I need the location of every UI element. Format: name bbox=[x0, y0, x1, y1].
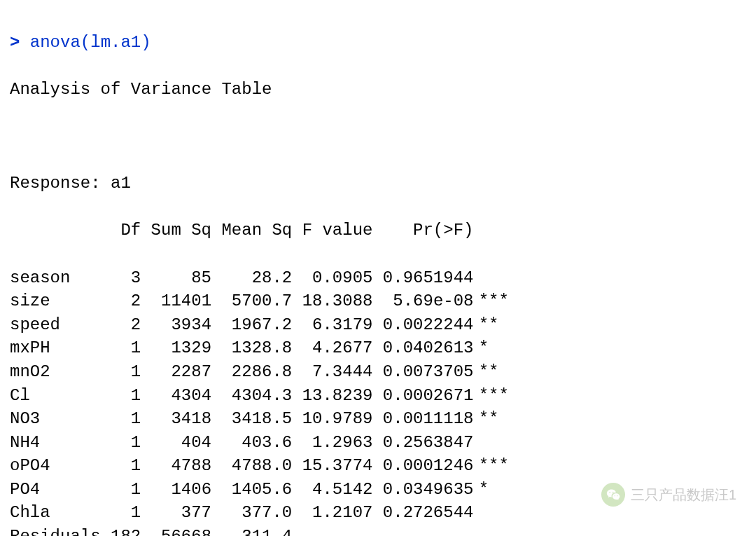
row-sumsq: 2287 bbox=[141, 360, 211, 384]
row-meansq: 4304.3 bbox=[211, 384, 292, 408]
row-name: mxPH bbox=[10, 336, 111, 360]
row-df: 1 bbox=[111, 360, 141, 384]
row-df: 3 bbox=[111, 266, 141, 290]
row-prf: 0.9651944 bbox=[372, 266, 473, 290]
header-df: Df bbox=[111, 219, 141, 242]
row-sumsq: 4788 bbox=[141, 454, 211, 478]
row-fvalue: 1.2107 bbox=[292, 501, 372, 525]
row-meansq: 311.4 bbox=[211, 525, 292, 536]
row-meansq: 2286.8 bbox=[211, 360, 292, 384]
row-sig: * bbox=[473, 336, 519, 360]
row-sig: ** bbox=[473, 360, 519, 384]
response-label: Response: a1 bbox=[10, 172, 746, 195]
row-df: 1 bbox=[111, 501, 141, 525]
blank-line bbox=[10, 125, 746, 149]
row-name: Residuals bbox=[10, 525, 111, 536]
table-row: NO3134183418.510.97890.0011118** bbox=[10, 407, 746, 431]
row-name: season bbox=[10, 266, 111, 290]
row-meansq: 5700.7 bbox=[211, 289, 292, 313]
row-sig: *** bbox=[473, 454, 519, 478]
table-row: Residuals18256668311.4 bbox=[10, 525, 746, 536]
table-row: mxPH113291328.84.26770.0402613* bbox=[10, 336, 746, 360]
row-name: Cl bbox=[10, 384, 111, 408]
row-fvalue: 13.8239 bbox=[292, 384, 372, 408]
row-sumsq: 404 bbox=[141, 431, 211, 455]
row-sig: ** bbox=[473, 313, 519, 337]
table-header: DfSum SqMean SqF valuePr(>F) bbox=[10, 219, 746, 242]
row-fvalue: 10.9789 bbox=[292, 407, 372, 431]
table-row: season38528.20.09050.9651944 bbox=[10, 266, 746, 290]
row-df: 1 bbox=[111, 384, 141, 408]
row-name: size bbox=[10, 289, 111, 313]
command-line: > anova(lm.a1) bbox=[10, 31, 746, 55]
header-prf: Pr(>F) bbox=[372, 219, 473, 242]
row-df: 2 bbox=[111, 289, 141, 313]
row-sumsq: 1329 bbox=[141, 336, 211, 360]
row-sumsq: 4304 bbox=[141, 384, 211, 408]
anova-table-body: season38528.20.09050.9651944size21140157… bbox=[10, 266, 746, 536]
row-df: 1 bbox=[111, 431, 141, 455]
row-prf: 0.0402613 bbox=[372, 336, 473, 360]
row-sig: ** bbox=[473, 407, 519, 431]
row-df: 1 bbox=[111, 407, 141, 431]
row-prf: 5.69e-08 bbox=[372, 289, 473, 313]
row-prf: 0.2563847 bbox=[372, 431, 473, 455]
row-fvalue: 18.3088 bbox=[292, 289, 372, 313]
row-name: speed bbox=[10, 313, 111, 337]
row-fvalue: 6.3179 bbox=[292, 313, 372, 337]
row-fvalue: 7.3444 bbox=[292, 360, 372, 384]
table-row: oPO4147884788.015.37740.0001246*** bbox=[10, 454, 746, 478]
row-prf: 0.2726544 bbox=[372, 501, 473, 525]
row-meansq: 1405.6 bbox=[211, 478, 292, 502]
table-row: speed239341967.26.31790.0022244** bbox=[10, 313, 746, 337]
row-fvalue: 4.2677 bbox=[292, 336, 372, 360]
table-row: mnO2122872286.87.34440.0073705** bbox=[10, 360, 746, 384]
row-meansq: 1328.8 bbox=[211, 336, 292, 360]
row-df: 2 bbox=[111, 313, 141, 337]
table-row: PO4114061405.64.51420.0349635* bbox=[10, 478, 746, 502]
row-prf: 0.0001246 bbox=[372, 454, 473, 478]
row-sumsq: 85 bbox=[141, 266, 211, 290]
table-row: NH41404403.61.29630.2563847 bbox=[10, 431, 746, 455]
row-name: NH4 bbox=[10, 431, 111, 455]
row-name: Chla bbox=[10, 501, 111, 525]
table-row: Chla1377377.01.21070.2726544 bbox=[10, 501, 746, 525]
row-df: 1 bbox=[111, 478, 141, 502]
row-name: mnO2 bbox=[10, 360, 111, 384]
header-sumsq: Sum Sq bbox=[141, 219, 211, 242]
row-fvalue: 1.2963 bbox=[292, 431, 372, 455]
table-row: Cl143044304.313.82390.0002671*** bbox=[10, 384, 746, 408]
row-meansq: 403.6 bbox=[211, 431, 292, 455]
row-df: 182 bbox=[111, 525, 141, 536]
header-fvalue: F value bbox=[292, 219, 372, 242]
row-sig: *** bbox=[473, 289, 519, 313]
prompt-symbol: > bbox=[10, 31, 20, 55]
row-sumsq: 11401 bbox=[141, 289, 211, 313]
row-name: oPO4 bbox=[10, 454, 111, 478]
header-meansq: Mean Sq bbox=[211, 219, 292, 242]
row-sumsq: 3418 bbox=[141, 407, 211, 431]
row-sig: *** bbox=[473, 384, 519, 408]
row-meansq: 3418.5 bbox=[211, 407, 292, 431]
row-sumsq: 3934 bbox=[141, 313, 211, 337]
row-fvalue: 15.3774 bbox=[292, 454, 372, 478]
row-fvalue: 0.0905 bbox=[292, 266, 372, 290]
table-row: size2114015700.718.30885.69e-08*** bbox=[10, 289, 746, 313]
row-meansq: 1967.2 bbox=[211, 313, 292, 337]
row-sumsq: 1406 bbox=[141, 478, 211, 502]
row-prf: 0.0349635 bbox=[372, 478, 473, 502]
r-console-output: > anova(lm.a1) Analysis of Variance Tabl… bbox=[0, 0, 756, 536]
row-df: 1 bbox=[111, 454, 141, 478]
row-prf: 0.0002671 bbox=[372, 384, 473, 408]
row-sumsq: 377 bbox=[141, 501, 211, 525]
row-meansq: 377.0 bbox=[211, 501, 292, 525]
row-df: 1 bbox=[111, 336, 141, 360]
row-prf: 0.0022244 bbox=[372, 313, 473, 337]
row-prf: 0.0073705 bbox=[372, 360, 473, 384]
row-meansq: 28.2 bbox=[211, 266, 292, 290]
r-command: anova(lm.a1) bbox=[30, 31, 151, 55]
row-name: PO4 bbox=[10, 478, 111, 502]
row-name: NO3 bbox=[10, 407, 111, 431]
row-sig: * bbox=[473, 478, 519, 502]
output-title: Analysis of Variance Table bbox=[10, 78, 746, 102]
